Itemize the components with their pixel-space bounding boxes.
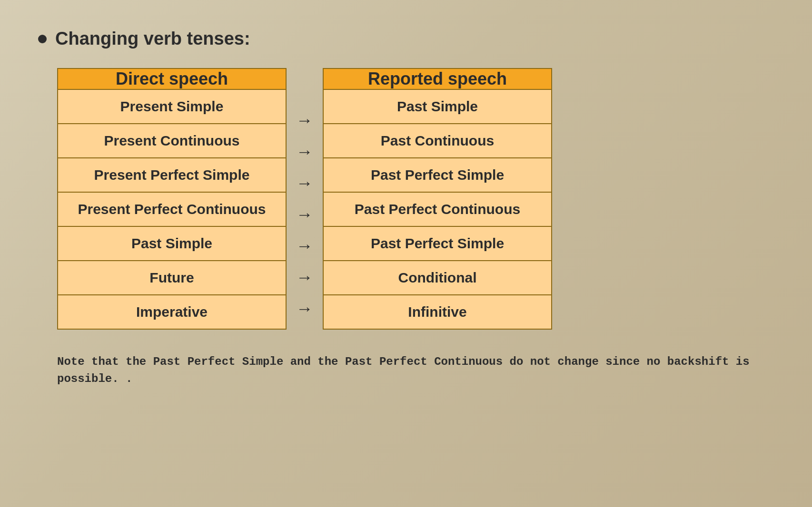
reported-speech-table: Reported speech Past Simple Past Continu…	[323, 68, 552, 330]
arrow-column: → → → → → → →	[287, 73, 323, 324]
direct-row-2: Present Perfect Simple	[58, 158, 286, 192]
direct-speech-header: Direct speech	[58, 68, 286, 89]
reported-row-1: Past Continuous	[323, 124, 552, 158]
arrow-2: →	[296, 167, 313, 199]
reported-row-4: Past Perfect Simple	[323, 226, 552, 261]
direct-row-1: Present Continuous	[58, 124, 286, 158]
direct-row-0: Present Simple	[58, 89, 286, 124]
arrow-6: →	[296, 293, 313, 324]
reported-row-5: Conditional	[323, 261, 552, 295]
reported-row-2: Past Perfect Simple	[323, 158, 552, 192]
note-text: Note that the Past Perfect Simple and th…	[57, 353, 774, 388]
arrow-3: →	[296, 199, 313, 230]
direct-row-4: Past Simple	[58, 226, 286, 261]
reported-row-3: Past Perfect Continuous	[323, 192, 552, 226]
reported-row-6: Infinitive	[323, 295, 552, 329]
arrow-5: →	[296, 262, 313, 293]
tables-container: Direct speech Present Simple Present Con…	[57, 68, 552, 330]
direct-row-3: Present Perfect Continuous	[58, 192, 286, 226]
heading-text: Changing verb tenses:	[55, 29, 250, 49]
direct-speech-table: Direct speech Present Simple Present Con…	[57, 68, 287, 330]
reported-row-0: Past Simple	[323, 89, 552, 124]
bullet-heading: Changing verb tenses:	[38, 29, 250, 49]
direct-row-6: Imperative	[58, 295, 286, 329]
direct-row-5: Future	[58, 261, 286, 295]
arrow-1: →	[296, 136, 313, 167]
arrow-4: →	[296, 230, 313, 262]
bullet-dot	[38, 35, 47, 43]
reported-speech-header: Reported speech	[323, 68, 552, 89]
arrow-0: →	[296, 105, 313, 136]
